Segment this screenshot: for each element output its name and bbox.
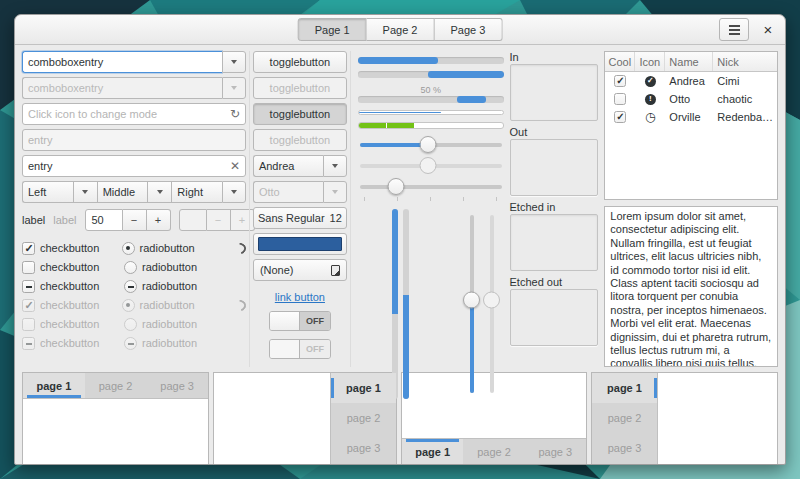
spin-plus-button[interactable]: +	[147, 209, 171, 231]
column-header-name[interactable]: Name	[665, 52, 713, 71]
tab-page2[interactable]: page 2	[331, 403, 396, 433]
radiobutton-label: radiobutton	[140, 299, 195, 311]
column-separator	[350, 51, 351, 367]
scale-handle[interactable]	[387, 178, 404, 195]
color-button[interactable]	[253, 233, 347, 255]
vertical-scale[interactable]	[463, 215, 481, 393]
combo-andrea[interactable]: Andrea	[253, 155, 347, 177]
horizontal-scale[interactable]	[358, 135, 504, 154]
clear-icon[interactable]: ✕	[230, 159, 240, 173]
chevron-down-icon	[332, 190, 338, 194]
scale-mark	[430, 197, 431, 201]
checkbox-checked[interactable]	[614, 75, 626, 87]
combo-otto-value: Otto	[253, 181, 323, 203]
entry-input[interactable]	[28, 160, 226, 172]
togglebutton-disabled: togglebutton	[253, 77, 347, 99]
tree-cell-name: Andrea	[665, 75, 713, 87]
spinner-icon-disabled	[233, 297, 248, 312]
checkbutton-label: checkbutton	[40, 242, 99, 254]
file-chooser-button[interactable]: (None)	[253, 259, 347, 281]
titlebar: Page 1 Page 2 Page 3 ×	[15, 15, 785, 45]
scale-handle[interactable]	[419, 136, 436, 153]
checkbox-checked[interactable]	[22, 242, 35, 255]
tab-page3[interactable]: page 3	[331, 433, 396, 463]
frame-in: In	[510, 51, 599, 121]
tab-page1[interactable]: page 1	[592, 373, 657, 403]
tab-page2[interactable]: page 2	[463, 439, 524, 464]
combo-andrea-dropdown[interactable]	[323, 155, 347, 177]
togglebutton-active[interactable]: togglebutton	[253, 103, 347, 125]
switch-off-disabled: OFF	[269, 339, 331, 359]
tree-row-otto[interactable]: ! Otto chaotic	[605, 90, 777, 108]
color-swatch	[258, 237, 342, 251]
tabbar: page 1 page 2 page 3	[330, 373, 396, 464]
tab-page3[interactable]: page 3	[592, 433, 657, 463]
checkbox-unchecked[interactable]	[22, 261, 35, 274]
titlebar-tab-page3[interactable]: Page 3	[434, 18, 502, 41]
column-header-icon[interactable]: Icon	[635, 52, 665, 71]
scale-mark	[364, 197, 365, 201]
checkbutton-label: checkbutton	[40, 318, 99, 330]
switch-off-label: OFF	[300, 312, 330, 330]
combo-right[interactable]: Right	[171, 181, 246, 203]
tab-page3[interactable]: page 3	[525, 439, 586, 464]
tab-page1[interactable]: page 1	[331, 373, 396, 403]
notebook-tabs-left: page 1 page 2 page 3	[591, 372, 778, 465]
titlebar-controls: ×	[719, 18, 777, 41]
tree-text-column: Cool Icon Name Nick ✓ Andrea Cimi	[600, 51, 778, 367]
comboboxentry-input[interactable]: comboboxentry	[22, 51, 222, 73]
switch-off[interactable]: OFF	[269, 311, 331, 331]
frame-label: Out	[510, 126, 599, 138]
font-button[interactable]: Sans Regular 12	[253, 207, 347, 229]
togglebutton[interactable]: togglebutton	[253, 51, 347, 73]
column-header-cool[interactable]: Cool	[605, 52, 635, 71]
treeview-header: Cool Icon Name Nick	[605, 52, 777, 72]
mode-entry-input[interactable]	[28, 108, 226, 120]
menu-button[interactable]	[719, 18, 749, 41]
switch-slider[interactable]	[270, 312, 300, 330]
titlebar-tab-page1[interactable]: Page 1	[298, 18, 367, 41]
combo-left[interactable]: Left	[22, 181, 97, 203]
tree-row-andrea[interactable]: ✓ Andrea Cimi	[605, 72, 777, 90]
spin-minus-button[interactable]: −	[123, 209, 147, 231]
checkbox-indeterminate[interactable]	[22, 280, 35, 293]
radiobutton-unselected[interactable]	[124, 261, 137, 274]
combo-left-dropdown[interactable]	[73, 181, 97, 203]
scale-mark	[496, 197, 497, 201]
scale-handle[interactable]	[463, 292, 480, 309]
tab-page2[interactable]: page 2	[85, 373, 147, 398]
checkbox-unchecked[interactable]	[614, 93, 626, 105]
tab-page1[interactable]: page 1	[23, 373, 85, 398]
spinbutton-value[interactable]: 50	[85, 209, 123, 231]
combo-right-dropdown[interactable]	[222, 181, 246, 203]
frame-label: Etched out	[510, 276, 599, 288]
close-button[interactable]: ×	[759, 18, 777, 41]
combo-left-value: Left	[22, 181, 73, 203]
checkbox-indeterminate-disabled	[22, 337, 35, 350]
link-button[interactable]: link button	[275, 291, 325, 303]
combo-middle-dropdown[interactable]	[147, 181, 171, 203]
levelbar	[358, 122, 504, 129]
check-radio-row-disabled: checkbutton radiobutton	[22, 316, 246, 332]
tab-page1[interactable]: page 1	[402, 439, 463, 464]
refresh-icon[interactable]: ↻	[230, 107, 240, 121]
comboboxentry-dropdown-button[interactable]	[222, 51, 246, 73]
combo-otto-dropdown	[323, 181, 347, 203]
titlebar-tab-page2[interactable]: Page 2	[367, 18, 435, 41]
tab-page3[interactable]: page 3	[146, 373, 208, 398]
column-header-nick[interactable]: Nick	[713, 52, 777, 71]
scale-handle	[419, 157, 436, 174]
textview[interactable]: Lorem ipsum dolor sit amet, consectetur …	[604, 206, 778, 367]
label-spin-row: label label 50 − + − +	[22, 209, 246, 231]
tab-page2[interactable]: page 2	[592, 403, 657, 433]
checkbox-checked[interactable]	[614, 111, 626, 123]
tree-cell-name: Orville	[665, 111, 713, 123]
radiobutton-selected[interactable]	[122, 242, 135, 255]
font-size: 12	[330, 212, 342, 224]
linked-combos: Left Middle Right	[22, 181, 246, 203]
combo-middle[interactable]: Middle	[97, 181, 172, 203]
tree-row-orville[interactable]: ◷ Orville Redenba…	[605, 108, 777, 126]
combo-andrea-value: Andrea	[253, 155, 323, 177]
radiobutton-indeterminate[interactable]	[124, 280, 137, 293]
horizontal-scale-marks[interactable]	[358, 177, 504, 196]
